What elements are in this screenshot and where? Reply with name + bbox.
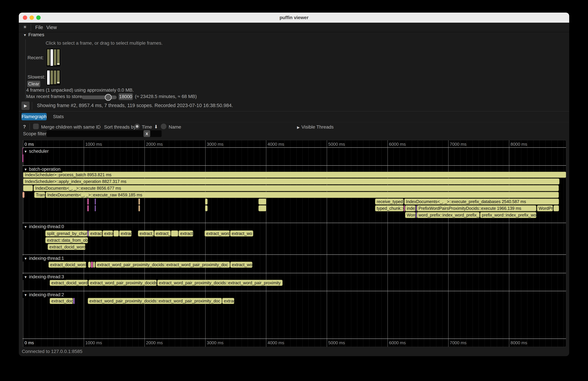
scope-bar[interactable]: extract_docid_word bbox=[48, 244, 85, 250]
scope-bar[interactable]: prefix_word::index_prefix_wo bbox=[480, 212, 536, 218]
help-button[interactable]: ? bbox=[23, 124, 26, 129]
frame-thumbnail-bar[interactable] bbox=[54, 49, 56, 65]
play-button[interactable]: ▶ bbox=[21, 102, 30, 110]
clear-button[interactable]: Clear bbox=[27, 81, 40, 87]
scope-bar[interactable] bbox=[91, 262, 93, 268]
scope-bar[interactable] bbox=[95, 205, 96, 211]
scope-bar[interactable] bbox=[138, 205, 140, 211]
scope-bar[interactable] bbox=[205, 205, 208, 211]
frame-thumbnail-bar[interactable] bbox=[57, 70, 60, 84]
scope-bar[interactable] bbox=[404, 205, 405, 211]
scope-bar[interactable]: PrefixWordPairsProximityDocids::execute … bbox=[417, 205, 536, 211]
scope-bar[interactable]: WordPr bbox=[537, 205, 553, 211]
scope-bar[interactable]: IndexDocuments<_, _>::execute_prefix_dat… bbox=[404, 199, 559, 205]
scope-bar[interactable] bbox=[93, 262, 95, 268]
visible-threads-header[interactable]: ▶Visible Threads bbox=[297, 124, 334, 130]
scope-bar[interactable] bbox=[553, 205, 559, 211]
scope-bar[interactable] bbox=[22, 192, 24, 198]
scope-bar[interactable]: extract_doc bbox=[50, 298, 73, 304]
menu-file[interactable]: File bbox=[35, 25, 43, 30]
sort-name-radio[interactable] bbox=[161, 124, 167, 129]
merge-children-checkbox[interactable] bbox=[33, 124, 39, 129]
thread-header[interactable]: ▼batch-operation bbox=[23, 167, 63, 172]
recent-label: Recent: bbox=[27, 55, 44, 61]
thread-header[interactable]: ▼indexing-thread:0 bbox=[23, 224, 66, 230]
scope-bar[interactable]: receive_typed_ bbox=[375, 199, 404, 205]
scope-bar[interactable]: extract_wo bbox=[230, 231, 253, 236]
axis-tick: 3000 ms bbox=[207, 142, 224, 147]
theme-toggle-icon[interactable]: ☀ bbox=[23, 24, 27, 30]
sort-time-radio[interactable] bbox=[134, 124, 140, 129]
scope-bar[interactable] bbox=[23, 185, 33, 191]
divider bbox=[32, 102, 32, 110]
scope-bar[interactable]: IndexDocuments<_, _>::execute_raw 8459.1… bbox=[46, 192, 559, 198]
frame-thumbnail-bar[interactable] bbox=[50, 70, 53, 84]
scope-bar[interactable]: extract_wo bbox=[230, 262, 252, 268]
scope-bar[interactable]: extract_word_pair_proximity_docids::extr… bbox=[157, 280, 283, 286]
sort-direction-icon[interactable]: ⬇ bbox=[154, 124, 158, 129]
scope-bar[interactable]: index bbox=[405, 205, 416, 211]
scope-bar[interactable] bbox=[87, 199, 89, 205]
frame-thumbnail-bar[interactable] bbox=[57, 49, 60, 65]
scope-bar[interactable]: split_grenad_by_chun bbox=[45, 231, 87, 236]
scope-bar[interactable] bbox=[138, 199, 140, 205]
caret-down-icon: ▼ bbox=[23, 33, 27, 37]
scope-bar[interactable]: extract_ bbox=[154, 231, 171, 236]
frames-section-header[interactable]: ▼Frames bbox=[23, 32, 44, 37]
scope-bar[interactable]: extra bbox=[103, 231, 113, 236]
scope-bar[interactable] bbox=[95, 199, 96, 205]
scope-bar[interactable]: extract::data_from_ob bbox=[45, 237, 88, 243]
scope-bar[interactable]: extract_ bbox=[138, 231, 154, 236]
slider-handle[interactable] bbox=[105, 94, 112, 101]
scope-bar[interactable]: Trans bbox=[34, 192, 45, 198]
menu-view[interactable]: View bbox=[46, 25, 57, 30]
scope-bar[interactable] bbox=[88, 231, 88, 236]
frame-thumbnail-bar[interactable] bbox=[47, 70, 50, 85]
flamegraph-panel[interactable]: 0 ms1000 ms2000 ms3000 ms4000 ms5000 ms6… bbox=[22, 140, 566, 347]
scope-bar[interactable]: word_prefix::index_word_prefix_ bbox=[417, 212, 480, 218]
scope-bar[interactable]: extract bbox=[89, 231, 102, 236]
axis-tick: 2000 ms bbox=[146, 340, 163, 345]
frame-thumbnail-bar[interactable] bbox=[54, 70, 56, 84]
scope-bar[interactable]: typed_chunk::w bbox=[375, 205, 404, 211]
scope-bar[interactable] bbox=[258, 199, 266, 205]
slowest-frames-thumbnail[interactable] bbox=[46, 69, 61, 86]
caret-down-icon: ▼ bbox=[24, 257, 27, 260]
scope-bar[interactable] bbox=[88, 262, 91, 268]
scope-bar[interactable] bbox=[416, 212, 417, 218]
scope-bar[interactable]: extrac bbox=[119, 231, 132, 236]
scope-bar[interactable]: extract_word bbox=[205, 231, 230, 236]
scope-bar[interactable] bbox=[205, 199, 208, 205]
frame-thumbnail-bar[interactable] bbox=[47, 49, 50, 65]
thread-section-indexing-thread:0: ▼indexing-thread:0split_grenad_by_chunex… bbox=[22, 223, 566, 254]
tab-flamegraph[interactable]: Flamegraph bbox=[21, 113, 47, 120]
scope-bar[interactable]: extract_word_pair_proximity_docids::extr… bbox=[88, 298, 222, 304]
frame-thumbnail-bar[interactable] bbox=[50, 49, 53, 66]
scope-bar[interactable]: extract_word_pair_proximity_docids::extr… bbox=[95, 262, 230, 268]
scope-bar[interactable]: extract bbox=[179, 231, 193, 236]
max-frames-value[interactable]: 18000 bbox=[119, 93, 133, 100]
scope-bar[interactable]: IndexScheduler>::process_batch 8953.821 … bbox=[23, 172, 566, 178]
scope-bar[interactable] bbox=[171, 231, 178, 236]
scope-bar[interactable] bbox=[113, 231, 119, 236]
scope-bar[interactable]: extrac bbox=[222, 298, 234, 304]
scope-bar[interactable]: extract_docid_word bbox=[50, 280, 88, 286]
scope-bar[interactable] bbox=[87, 205, 89, 211]
scope-bar[interactable]: extract_word_pair_proximity_docids bbox=[88, 280, 157, 286]
tab-stats[interactable]: Stats bbox=[52, 113, 65, 120]
thread-header[interactable]: ▼indexing-thread:1 bbox=[23, 256, 66, 261]
scope-bar[interactable]: Word bbox=[405, 212, 416, 218]
scope-bar[interactable]: extract_docid_word bbox=[48, 262, 86, 268]
scope-bar[interactable] bbox=[416, 205, 417, 211]
thread-header[interactable]: ▼indexing-thread:3 bbox=[23, 274, 66, 280]
thread-header[interactable]: ▼scheduler bbox=[23, 148, 51, 154]
status-bar: Connected to 127.0.0.1:8585 bbox=[22, 349, 82, 354]
scope-bar[interactable]: IndexScheduler>::apply_index_operation 8… bbox=[23, 178, 560, 185]
clear-filter-button[interactable]: x bbox=[144, 130, 150, 137]
desktop-background: puffin viewer ☀ File View ▼Frames Click … bbox=[0, 0, 588, 381]
scope-bar[interactable] bbox=[258, 205, 266, 211]
recent-frames-thumbnail[interactable] bbox=[46, 48, 61, 67]
scope-bar[interactable]: IndexDocuments<_, _>::execute 8656.677 m… bbox=[34, 185, 559, 191]
scope-bar[interactable] bbox=[73, 298, 75, 304]
thread-header[interactable]: ▼indexing-thread:2 bbox=[23, 292, 66, 298]
